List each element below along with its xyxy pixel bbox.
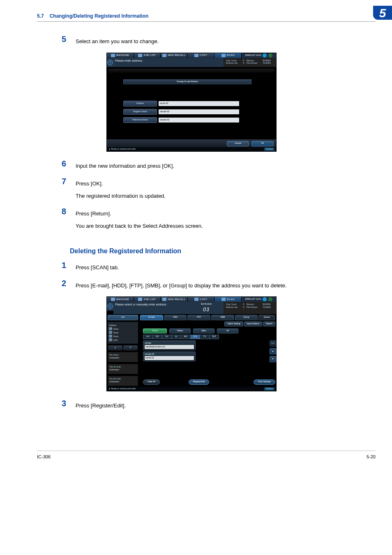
alpha-ps[interactable]: P-S bbox=[190, 335, 200, 339]
left-up-button[interactable]: ▲ bbox=[108, 345, 122, 350]
lock-icon: ▲ bbox=[108, 148, 111, 150]
step-num: 6 bbox=[62, 159, 76, 174]
prompt-message: Please enter address bbox=[113, 58, 224, 67]
title-email-box[interactable]: Title (E-mail) Undecided bbox=[108, 364, 138, 374]
hdd-icon bbox=[109, 331, 112, 334]
text-email-box[interactable]: Text (E-mail) Undecided bbox=[108, 376, 138, 386]
help-icon[interactable] bbox=[263, 297, 267, 301]
joblist-icon bbox=[138, 298, 142, 301]
type-hdd[interactable]: HDD bbox=[164, 315, 187, 320]
status-panel: Orig. Count0Memory99.893% Reserve Job0Fi… bbox=[224, 58, 276, 67]
rotation-indicator: Rotation bbox=[264, 387, 274, 391]
screenshot-select-address: MACHINE JOB LIST HDD RECALL COPY SCAN 20… bbox=[107, 297, 276, 391]
list-button[interactable]: List bbox=[108, 315, 138, 320]
status-text: Ready to receive print data bbox=[111, 148, 136, 150]
ok-button[interactable]: OK bbox=[251, 141, 274, 146]
step-5: 5 Select an item you want to change. bbox=[62, 34, 376, 50]
filter-all[interactable]: All bbox=[217, 328, 238, 333]
reference-name-button[interactable]: Reference Name bbox=[123, 117, 157, 123]
alpha-df[interactable]: D-F bbox=[152, 335, 162, 339]
step-text-sub: The registered information is updated. bbox=[76, 192, 376, 200]
status-text: Ready to receive print data bbox=[111, 387, 136, 390]
footer-right: 5-20 bbox=[367, 453, 376, 460]
scroll-down[interactable]: ▼ bbox=[270, 356, 276, 362]
alpha-gi[interactable]: G-I bbox=[162, 335, 171, 339]
type-group[interactable]: Group bbox=[235, 315, 258, 320]
ftp-icon bbox=[109, 327, 112, 330]
delete-step-3: 3 Press [Register/Edit]. bbox=[62, 398, 376, 414]
address-item-2[interactable]: sample-02 samle-02 bbox=[143, 352, 196, 361]
type-queue[interactable]: Queue bbox=[258, 315, 275, 320]
step-6: 6 Input the new information and press [O… bbox=[62, 159, 376, 174]
scan-settings-button[interactable]: Scan Settings bbox=[254, 379, 275, 385]
info-icon[interactable] bbox=[268, 53, 272, 58]
tab-machine[interactable]: MACHINE bbox=[107, 297, 134, 302]
selected-address-box: Address None None None g-02 bbox=[108, 322, 138, 344]
register-edit-button[interactable]: Register/Edit bbox=[189, 379, 210, 385]
group-icon bbox=[109, 338, 112, 341]
help-icon[interactable] bbox=[263, 53, 267, 58]
step-text: Press [Register/Edit]. bbox=[76, 402, 376, 410]
tab-hdd-recall[interactable]: HDD RECALL bbox=[161, 297, 188, 302]
filter-a-to-z[interactable]: A to Z bbox=[143, 328, 167, 333]
scan-icon bbox=[221, 54, 226, 57]
filter-others[interactable]: Others bbox=[169, 328, 191, 333]
option-setting[interactable]: Option Setting bbox=[224, 321, 243, 326]
scroll-up[interactable]: ▲ bbox=[270, 348, 276, 354]
copy-icon bbox=[194, 298, 198, 301]
tab-joblist[interactable]: JOB LIST bbox=[134, 297, 161, 302]
type-smb[interactable]: SMB bbox=[211, 315, 234, 320]
alpha-jl[interactable]: J-L bbox=[171, 335, 181, 339]
subheading-deleting: Deleting the Registered Information bbox=[70, 246, 376, 256]
address-item-1[interactable]: sample sample@sample.com bbox=[143, 340, 196, 350]
step-num: 2 bbox=[62, 278, 76, 294]
tab-copy[interactable]: COPY bbox=[188, 53, 215, 58]
delete-step-2: 2 Press [E-mail], [HDD], [FTP], [SMB], o… bbox=[62, 278, 376, 294]
file-name-box[interactable]: File Name Undecided bbox=[108, 352, 138, 362]
panel-title: Change E-mail Address bbox=[123, 79, 251, 84]
register-name-value: sample-02 bbox=[159, 109, 239, 114]
tab-scan[interactable]: SCAN bbox=[214, 297, 242, 302]
tab-hdd-recall[interactable]: HDD RECALL bbox=[161, 53, 188, 58]
type-email[interactable]: E-mail bbox=[140, 315, 163, 320]
clear-all-button[interactable]: Clear All bbox=[143, 379, 160, 385]
set-number: Set Number 03 bbox=[189, 302, 224, 314]
cancel-button[interactable]: Cancel bbox=[227, 141, 249, 146]
step-text: Press [SCAN] tab. bbox=[76, 264, 376, 272]
step-text: Press [E-mail], [HDD], [FTP], [SMB], or … bbox=[76, 282, 376, 290]
alpha-ac[interactable]: A-C bbox=[143, 335, 152, 339]
tab-scan[interactable]: SCAN bbox=[214, 53, 242, 58]
step-text: Press [OK]. bbox=[76, 180, 376, 188]
footer-left: IC-306 bbox=[37, 453, 51, 460]
step-7: 7 Press [OK]. The registered information… bbox=[62, 176, 376, 204]
register-name-button[interactable]: Register Name bbox=[123, 109, 157, 115]
type-ftp[interactable]: FTP bbox=[187, 315, 210, 320]
step-text: Select an item you want to change. bbox=[76, 37, 376, 46]
alpha-wz[interactable]: W-Z bbox=[209, 335, 219, 339]
step-num: 3 bbox=[62, 398, 76, 414]
joblist-icon bbox=[138, 54, 142, 57]
step-num: 5 bbox=[62, 34, 76, 50]
machine-icon bbox=[111, 298, 115, 301]
section-title: Changing/Deleting Registered Information bbox=[50, 12, 149, 20]
tab-machine[interactable]: MACHINE bbox=[107, 53, 134, 58]
alpha-tv[interactable]: T-V bbox=[200, 335, 209, 339]
step-num: 7 bbox=[62, 176, 76, 204]
status-panel: Orig. Count0Memory99.893% Reserve Job0Fi… bbox=[224, 302, 276, 314]
alpha-mo[interactable]: M-O bbox=[181, 335, 190, 339]
info-circle-icon: i bbox=[107, 302, 113, 311]
section-number: 5.7 bbox=[37, 12, 44, 20]
lock-icon: ▲ bbox=[108, 387, 111, 390]
info-icon[interactable] bbox=[268, 297, 272, 301]
tab-copy[interactable]: COPY bbox=[188, 297, 215, 302]
input-address[interactable]: Input Address bbox=[244, 321, 263, 326]
tab-joblist[interactable]: JOB LIST bbox=[134, 53, 161, 58]
chapter-badge: 5 bbox=[373, 6, 392, 20]
step-text: Input the new information and press [OK]… bbox=[76, 162, 376, 170]
filter-main[interactable]: Main bbox=[193, 328, 214, 333]
search-button[interactable]: Search bbox=[263, 321, 275, 326]
hdd-icon bbox=[162, 54, 166, 57]
left-down-button[interactable]: ▼ bbox=[123, 345, 138, 350]
scan-icon bbox=[221, 298, 226, 301]
address-button[interactable]: Address bbox=[123, 101, 157, 106]
